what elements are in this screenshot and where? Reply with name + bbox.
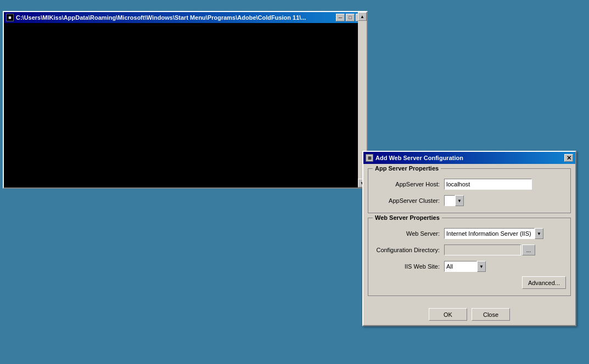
dialog-close-button[interactable]: ✕ — [564, 154, 573, 162]
config-dir-row: Configuration Directory: ... — [373, 244, 566, 255]
iis-web-site-dropdown-button[interactable]: ▼ — [477, 261, 486, 272]
iis-web-site-value: All — [444, 261, 477, 272]
iis-web-site-label: IIS Web Site: — [373, 263, 444, 270]
cmd-window: ■ C:\Users\MlKiss\AppData\Roaming\Micros… — [3, 11, 368, 189]
web-server-group-label: Web Server Properties — [373, 214, 442, 221]
config-dir-label: Configuration Directory: — [373, 247, 444, 253]
ok-button[interactable]: OK — [429, 308, 467, 321]
appserver-cluster-row: AppServer Cluster: ▼ — [373, 195, 566, 206]
iis-web-site-dropdown: All ▼ — [444, 261, 486, 272]
dialog-window: ⊞ Add Web Server Configuration ✕ App Ser… — [362, 151, 576, 326]
web-server-dropdown-button[interactable]: ▼ — [535, 228, 543, 239]
close-bottom-button[interactable]: Close — [472, 308, 510, 321]
appserver-host-row: AppServer Host: — [373, 179, 566, 190]
config-dir-browse-button[interactable]: ... — [522, 244, 535, 255]
cmd-title: C:\Users\MlKiss\AppData\Roaming\Microsof… — [16, 14, 336, 21]
web-server-label: Web Server: — [373, 230, 444, 237]
dialog-icon: ⊞ — [366, 154, 373, 162]
app-server-group: App Server Properties AppServer Host: Ap… — [368, 168, 571, 213]
appserver-cluster-value — [444, 195, 455, 206]
appserver-cluster-label: AppServer Cluster: — [373, 197, 444, 204]
dialog-title: Add Web Server Configuration — [375, 155, 564, 161]
cmd-body — [4, 23, 367, 187]
app-server-group-label: App Server Properties — [373, 165, 441, 172]
cmd-titlebar: ■ C:\Users\MlKiss\AppData\Roaming\Micros… — [4, 12, 367, 23]
config-dir-input — [444, 244, 521, 255]
dialog-content: App Server Properties AppServer Host: Ap… — [363, 164, 575, 305]
appserver-host-input[interactable] — [444, 179, 532, 190]
appserver-cluster-dropdown-button[interactable]: ▼ — [455, 195, 464, 206]
appserver-host-label: AppServer Host: — [373, 181, 444, 187]
web-server-dropdown: Internet Information Server (IIS) ▼ — [444, 228, 543, 239]
dialog-buttons: OK Close — [363, 305, 575, 325]
cmd-minimize-button[interactable]: ─ — [336, 14, 345, 21]
web-server-value: Internet Information Server (IIS) — [444, 228, 535, 239]
advanced-row: Advanced... — [373, 276, 566, 289]
dialog-titlebar: ⊞ Add Web Server Configuration ✕ — [363, 152, 575, 164]
iis-web-site-row: IIS Web Site: All ▼ — [373, 261, 566, 272]
web-server-group: Web Server Properties Web Server: Intern… — [368, 218, 571, 296]
web-server-row: Web Server: Internet Information Server … — [373, 228, 566, 239]
cmd-icon: ■ — [6, 14, 14, 21]
cmd-maximize-button[interactable]: □ — [346, 14, 355, 21]
appserver-cluster-dropdown: ▼ — [444, 195, 464, 206]
scrollbar-up-button[interactable]: ▲ — [358, 12, 367, 21]
advanced-button[interactable]: Advanced... — [522, 276, 566, 289]
